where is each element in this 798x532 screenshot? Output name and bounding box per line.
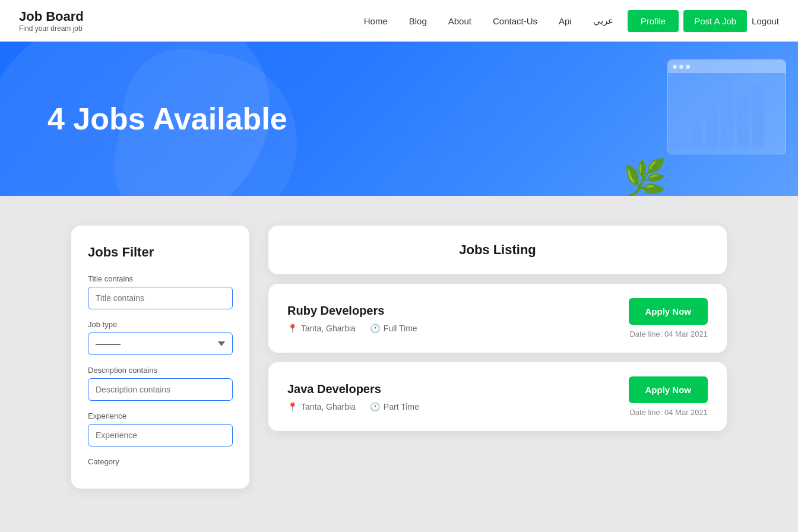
- site-subtitle: Find your dream job: [19, 24, 84, 33]
- job-location-text-2: Tanta, Gharbia: [301, 402, 356, 411]
- bar-4: [721, 78, 733, 147]
- hero-decoration: 🌿: [590, 42, 798, 196]
- browser-mockup: [667, 59, 786, 154]
- job-type-text-2: Part Time: [384, 402, 419, 411]
- logout-button[interactable]: Logout: [752, 16, 779, 26]
- job-right-2: Apply Now Date line: 04 Mar 2021: [629, 376, 708, 417]
- job-type-label: Job type: [88, 320, 233, 329]
- job-type-badge-1: 🕐 Full Time: [370, 324, 417, 333]
- experience-label: Experience: [88, 411, 233, 420]
- apply-now-button-2[interactable]: Apply Now: [629, 376, 708, 403]
- hero-content: 4 Jobs Available: [48, 101, 287, 137]
- job-title-1: Ruby Developers: [287, 304, 417, 318]
- job-location-1: 📍 Tanta, Gharbia: [287, 324, 356, 333]
- job-info-2: Java Developers 📍 Tanta, Gharbia 🕐 Part …: [287, 382, 419, 411]
- bar-1: [675, 116, 687, 147]
- clock-icon-1: 🕐: [370, 324, 380, 333]
- description-contains-label: Description contains: [88, 366, 233, 375]
- description-contains-input[interactable]: [88, 378, 233, 401]
- experience-input[interactable]: [88, 424, 233, 446]
- job-location-text-1: Tanta, Gharbia: [301, 324, 356, 333]
- title-contains-label: Title contains: [88, 274, 233, 283]
- job-type-text-1: Full Time: [384, 324, 417, 333]
- filter-title: Jobs Filter: [88, 245, 233, 260]
- plant-icon: 🌿: [623, 160, 667, 196]
- bar-5: [737, 97, 749, 147]
- nav-about[interactable]: About: [448, 16, 471, 26]
- bar-3: [706, 104, 718, 147]
- job-deadline-1: Date line: 04 Mar 2021: [629, 330, 708, 338]
- job-location-2: 📍 Tanta, Gharbia: [287, 402, 356, 411]
- profile-button[interactable]: Profile: [628, 10, 679, 32]
- nav-links: Home Blog About Contact-Us Api عربي: [364, 15, 613, 26]
- browser-dot-2: [679, 65, 683, 69]
- filter-panel: Jobs Filter Title contains Job type ——— …: [71, 226, 249, 489]
- apply-now-button-1[interactable]: Apply Now: [629, 298, 708, 325]
- job-title-2: Java Developers: [287, 382, 419, 396]
- brand: Job Board Find your dream job: [19, 9, 84, 33]
- job-card-2: Java Developers 📍 Tanta, Gharbia 🕐 Part …: [268, 362, 727, 431]
- browser-dot-1: [673, 65, 677, 69]
- jobs-listing-header: Jobs Listing: [268, 226, 727, 274]
- location-icon-2: 📍: [287, 402, 297, 411]
- nav-arabic[interactable]: عربي: [593, 15, 613, 26]
- job-card-1: Ruby Developers 📍 Tanta, Gharbia 🕐 Full …: [268, 284, 727, 353]
- nav-home[interactable]: Home: [364, 16, 388, 26]
- main-content: Jobs Filter Title contains Job type ——— …: [0, 196, 798, 518]
- bar-6: [752, 86, 764, 147]
- job-info-1: Ruby Developers 📍 Tanta, Gharbia 🕐 Full …: [287, 304, 417, 333]
- jobs-listing-title: Jobs Listing: [287, 242, 708, 258]
- browser-body: [668, 73, 786, 154]
- bar-2: [691, 93, 702, 147]
- hero-section: 4 Jobs Available 🌿: [0, 42, 798, 196]
- location-icon-1: 📍: [287, 324, 297, 333]
- category-label: Category: [88, 457, 233, 466]
- site-title: Job Board: [19, 9, 84, 24]
- nav-contact[interactable]: Contact-Us: [493, 16, 537, 26]
- job-meta-2: 📍 Tanta, Gharbia 🕐 Part Time: [287, 402, 419, 411]
- post-job-button[interactable]: Post A Job: [683, 10, 747, 32]
- nav-api[interactable]: Api: [559, 16, 572, 26]
- navbar: Job Board Find your dream job Home Blog …: [0, 0, 798, 42]
- clock-icon-2: 🕐: [370, 402, 380, 411]
- job-right-1: Apply Now Date line: 04 Mar 2021: [629, 298, 708, 338]
- jobs-available-heading: 4 Jobs Available: [48, 101, 287, 137]
- title-contains-input[interactable]: [88, 287, 233, 309]
- jobs-panel: Jobs Listing Ruby Developers 📍 Tanta, Gh…: [268, 226, 727, 441]
- job-type-select[interactable]: ——— Full Time Part Time Freelance: [88, 332, 233, 355]
- nav-blog[interactable]: Blog: [409, 16, 427, 26]
- navbar-actions: Profile Post A Job Logout: [628, 10, 779, 32]
- browser-dot-3: [686, 65, 690, 69]
- job-type-badge-2: 🕐 Part Time: [370, 402, 419, 411]
- job-deadline-2: Date line: 04 Mar 2021: [629, 408, 708, 417]
- job-meta-1: 📍 Tanta, Gharbia 🕐 Full Time: [287, 324, 417, 333]
- browser-toolbar: [668, 60, 786, 73]
